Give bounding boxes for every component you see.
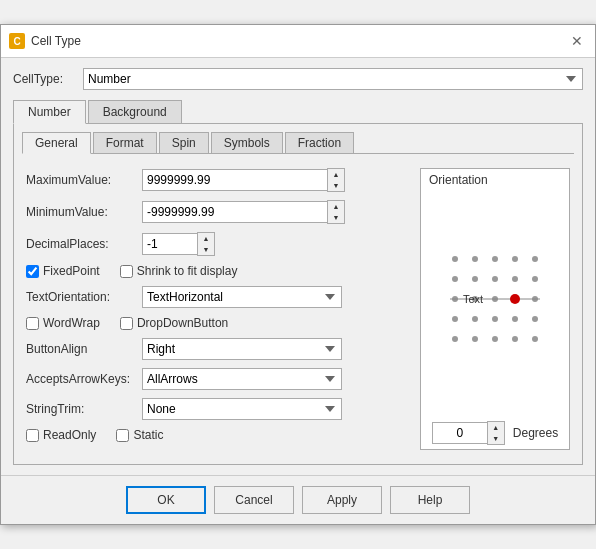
- minimum-value-spinner: -9999999.99 ▲ ▼: [142, 200, 345, 224]
- svg-point-1: [472, 256, 478, 262]
- svg-point-27: [510, 294, 520, 304]
- tab-format[interactable]: Format: [93, 132, 157, 153]
- cancel-button[interactable]: Cancel: [214, 486, 294, 514]
- decimal-places-spinner: -1 ▲ ▼: [142, 232, 215, 256]
- svg-point-7: [492, 276, 498, 282]
- decimal-places-row: DecimalPlaces: -1 ▲ ▼: [26, 232, 412, 256]
- inner-tabs: General Format Spin Symbols Fraction: [22, 132, 574, 154]
- apply-button[interactable]: Apply: [302, 486, 382, 514]
- svg-point-5: [452, 276, 458, 282]
- readonly-row: ReadOnly Static: [26, 428, 412, 442]
- dropdown-button-label: DropDownButton: [137, 316, 228, 330]
- main-content: MaximumValue: 9999999.99 ▲ ▼ M: [26, 168, 570, 450]
- string-trim-select[interactable]: None Left Right Both: [142, 398, 342, 420]
- degrees-down[interactable]: ▼: [488, 433, 504, 444]
- tab-number[interactable]: Number: [13, 100, 86, 124]
- minimum-value-up[interactable]: ▲: [328, 201, 344, 212]
- outer-tabs: Number Background: [13, 100, 583, 124]
- fixed-point-item: FixedPoint: [26, 264, 100, 278]
- svg-point-6: [472, 276, 478, 282]
- cell-type-select[interactable]: Number Text Date Boolean: [83, 68, 583, 90]
- left-content: MaximumValue: 9999999.99 ▲ ▼ M: [26, 168, 412, 450]
- maximum-value-label: MaximumValue:: [26, 173, 136, 187]
- decimal-places-spin-buttons: ▲ ▼: [197, 232, 215, 256]
- svg-point-23: [512, 336, 518, 342]
- ok-button[interactable]: OK: [126, 486, 206, 514]
- svg-point-3: [512, 256, 518, 262]
- degrees-input[interactable]: 0: [432, 422, 487, 444]
- svg-point-24: [532, 336, 538, 342]
- degrees-label: Degrees: [513, 426, 558, 440]
- tab-symbols[interactable]: Symbols: [211, 132, 283, 153]
- orientation-title: Orientation: [421, 169, 496, 191]
- cell-type-label: CellType:: [13, 72, 73, 86]
- svg-point-18: [512, 316, 518, 322]
- wordwrap-item: WordWrap: [26, 316, 100, 330]
- maximum-value-input[interactable]: 9999999.99: [142, 169, 327, 191]
- svg-point-8: [512, 276, 518, 282]
- maximum-value-up[interactable]: ▲: [328, 169, 344, 180]
- static-label: Static: [133, 428, 163, 442]
- readonly-checkbox[interactable]: [26, 429, 39, 442]
- dialog-title: Cell Type: [31, 34, 81, 48]
- button-align-label: ButtonAlign: [26, 342, 136, 356]
- orientation-svg: Text: [435, 239, 555, 369]
- maximum-value-down[interactable]: ▼: [328, 180, 344, 191]
- accepts-arrow-keys-select[interactable]: AllArrows None Horizontal Vertical: [142, 368, 342, 390]
- wordwrap-row: WordWrap DropDownButton: [26, 316, 412, 330]
- minimum-value-label: MinimumValue:: [26, 205, 136, 219]
- dialog-body: CellType: Number Text Date Boolean Numbe…: [1, 58, 595, 475]
- decimal-places-input[interactable]: -1: [142, 233, 197, 255]
- close-button[interactable]: ✕: [567, 31, 587, 51]
- dropdown-button-checkbox[interactable]: [120, 317, 133, 330]
- minimum-value-input[interactable]: -9999999.99: [142, 201, 327, 223]
- decimal-places-label: DecimalPlaces:: [26, 237, 136, 251]
- text-orientation-row: TextOrientation: TextHorizontal TextVert…: [26, 286, 412, 308]
- tab-background[interactable]: Background: [88, 100, 182, 123]
- minimum-value-down[interactable]: ▼: [328, 212, 344, 223]
- tab-general[interactable]: General: [22, 132, 91, 154]
- svg-point-22: [492, 336, 498, 342]
- tab-spin[interactable]: Spin: [159, 132, 209, 153]
- degrees-spinner: 0 ▲ ▼: [432, 421, 505, 445]
- degrees-spin-buttons: ▲ ▼: [487, 421, 505, 445]
- svg-point-19: [532, 316, 538, 322]
- svg-point-9: [532, 276, 538, 282]
- maximum-value-spinner: 9999999.99 ▲ ▼: [142, 168, 345, 192]
- help-button[interactable]: Help: [390, 486, 470, 514]
- maximum-value-row: MaximumValue: 9999999.99 ▲ ▼: [26, 168, 412, 192]
- svg-text:Text: Text: [463, 293, 483, 305]
- minimum-value-row: MinimumValue: -9999999.99 ▲ ▼: [26, 200, 412, 224]
- content-area: MaximumValue: 9999999.99 ▲ ▼ M: [22, 162, 574, 456]
- text-orientation-label: TextOrientation:: [26, 290, 136, 304]
- fixed-point-checkbox[interactable]: [26, 265, 39, 278]
- text-orientation-select[interactable]: TextHorizontal TextVertical Text90 Text2…: [142, 286, 342, 308]
- dialog-buttons: OK Cancel Apply Help: [1, 475, 595, 524]
- svg-point-2: [492, 256, 498, 262]
- dropdown-button-item: DropDownButton: [120, 316, 228, 330]
- static-item: Static: [116, 428, 163, 442]
- decimal-places-up[interactable]: ▲: [198, 233, 214, 244]
- decimal-places-down[interactable]: ▼: [198, 244, 214, 255]
- shrink-fit-checkbox[interactable]: [120, 265, 133, 278]
- svg-point-17: [492, 316, 498, 322]
- static-checkbox[interactable]: [116, 429, 129, 442]
- title-bar: C Cell Type ✕: [1, 25, 595, 58]
- readonly-item: ReadOnly: [26, 428, 96, 442]
- fixed-point-row: FixedPoint Shrink to fit display: [26, 264, 412, 278]
- cell-type-dialog: C Cell Type ✕ CellType: Number Text Date…: [0, 24, 596, 525]
- button-align-select[interactable]: Right Left Center: [142, 338, 342, 360]
- svg-point-0: [452, 256, 458, 262]
- tab-fraction[interactable]: Fraction: [285, 132, 354, 153]
- wordwrap-checkbox[interactable]: [26, 317, 39, 330]
- minimum-value-spin-buttons: ▲ ▼: [327, 200, 345, 224]
- button-align-row: ButtonAlign Right Left Center: [26, 338, 412, 360]
- cell-type-row: CellType: Number Text Date Boolean: [13, 68, 583, 90]
- svg-point-15: [452, 316, 458, 322]
- string-trim-label: StringTrim:: [26, 402, 136, 416]
- maximum-value-spin-buttons: ▲ ▼: [327, 168, 345, 192]
- degrees-up[interactable]: ▲: [488, 422, 504, 433]
- orientation-box: Orientation: [420, 168, 570, 450]
- dialog-icon: C: [9, 33, 25, 49]
- inner-panel: General Format Spin Symbols Fraction Max…: [13, 124, 583, 465]
